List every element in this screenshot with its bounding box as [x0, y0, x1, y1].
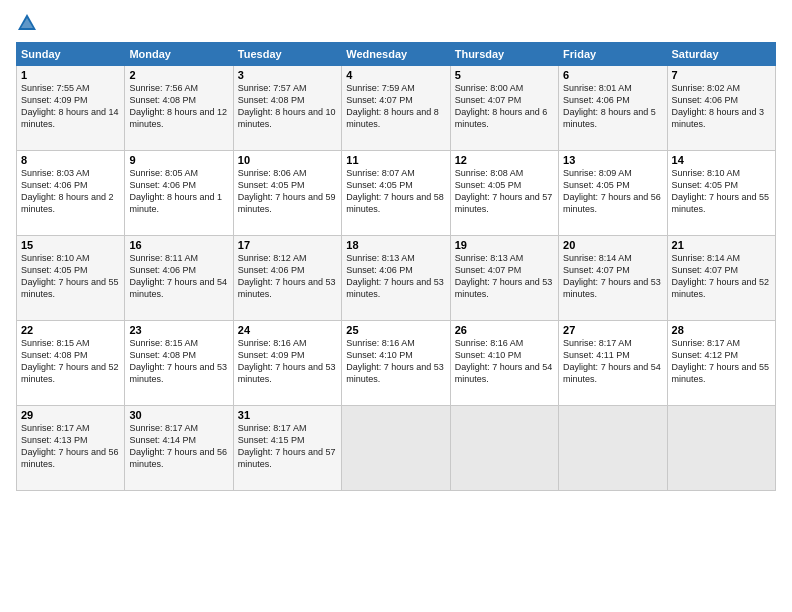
page: SundayMondayTuesdayWednesdayThursdayFrid…: [0, 0, 792, 612]
daylight-label: Daylight: 7 hours and 53 minutes.: [563, 277, 661, 299]
sunrise-label: Sunrise: 8:13 AM: [455, 253, 524, 263]
day-number: 26: [455, 324, 554, 336]
sunrise-label: Sunrise: 8:17 AM: [238, 423, 307, 433]
daylight-label: Daylight: 8 hours and 5 minutes.: [563, 107, 656, 129]
day-cell: 4 Sunrise: 7:59 AM Sunset: 4:07 PM Dayli…: [342, 66, 450, 151]
day-cell: 6 Sunrise: 8:01 AM Sunset: 4:06 PM Dayli…: [559, 66, 667, 151]
week-row-2: 8 Sunrise: 8:03 AM Sunset: 4:06 PM Dayli…: [17, 151, 776, 236]
header-row: SundayMondayTuesdayWednesdayThursdayFrid…: [17, 43, 776, 66]
sunset-label: Sunset: 4:08 PM: [129, 350, 196, 360]
daylight-label: Daylight: 8 hours and 3 minutes.: [672, 107, 765, 129]
sunrise-label: Sunrise: 7:57 AM: [238, 83, 307, 93]
day-cell: [450, 406, 558, 491]
day-info: Sunrise: 8:15 AM Sunset: 4:08 PM Dayligh…: [129, 337, 228, 386]
day-cell: 16 Sunrise: 8:11 AM Sunset: 4:06 PM Dayl…: [125, 236, 233, 321]
day-number: 11: [346, 154, 445, 166]
day-info: Sunrise: 8:15 AM Sunset: 4:08 PM Dayligh…: [21, 337, 120, 386]
sunrise-label: Sunrise: 8:06 AM: [238, 168, 307, 178]
logo: [16, 12, 42, 34]
day-cell: 23 Sunrise: 8:15 AM Sunset: 4:08 PM Dayl…: [125, 321, 233, 406]
day-number: 21: [672, 239, 771, 251]
day-number: 22: [21, 324, 120, 336]
daylight-label: Daylight: 7 hours and 59 minutes.: [238, 192, 336, 214]
day-number: 10: [238, 154, 337, 166]
daylight-label: Daylight: 7 hours and 54 minutes.: [563, 362, 661, 384]
sunrise-label: Sunrise: 8:08 AM: [455, 168, 524, 178]
day-number: 28: [672, 324, 771, 336]
day-cell: 8 Sunrise: 8:03 AM Sunset: 4:06 PM Dayli…: [17, 151, 125, 236]
day-cell: [342, 406, 450, 491]
column-header-saturday: Saturday: [667, 43, 775, 66]
daylight-label: Daylight: 7 hours and 55 minutes.: [21, 277, 119, 299]
day-cell: 9 Sunrise: 8:05 AM Sunset: 4:06 PM Dayli…: [125, 151, 233, 236]
daylight-label: Daylight: 7 hours and 56 minutes.: [21, 447, 119, 469]
sunset-label: Sunset: 4:10 PM: [455, 350, 522, 360]
day-info: Sunrise: 8:11 AM Sunset: 4:06 PM Dayligh…: [129, 252, 228, 301]
sunrise-label: Sunrise: 8:05 AM: [129, 168, 198, 178]
day-cell: 31 Sunrise: 8:17 AM Sunset: 4:15 PM Dayl…: [233, 406, 341, 491]
day-info: Sunrise: 8:17 AM Sunset: 4:12 PM Dayligh…: [672, 337, 771, 386]
sunset-label: Sunset: 4:06 PM: [21, 180, 88, 190]
daylight-label: Daylight: 7 hours and 56 minutes.: [129, 447, 227, 469]
day-info: Sunrise: 8:16 AM Sunset: 4:09 PM Dayligh…: [238, 337, 337, 386]
day-info: Sunrise: 8:03 AM Sunset: 4:06 PM Dayligh…: [21, 167, 120, 216]
sunset-label: Sunset: 4:15 PM: [238, 435, 305, 445]
day-number: 16: [129, 239, 228, 251]
day-cell: 26 Sunrise: 8:16 AM Sunset: 4:10 PM Dayl…: [450, 321, 558, 406]
sunset-label: Sunset: 4:09 PM: [238, 350, 305, 360]
day-info: Sunrise: 8:16 AM Sunset: 4:10 PM Dayligh…: [455, 337, 554, 386]
daylight-label: Daylight: 7 hours and 55 minutes.: [672, 192, 770, 214]
daylight-label: Daylight: 7 hours and 56 minutes.: [563, 192, 661, 214]
day-cell: 14 Sunrise: 8:10 AM Sunset: 4:05 PM Dayl…: [667, 151, 775, 236]
sunrise-label: Sunrise: 8:13 AM: [346, 253, 415, 263]
day-number: 15: [21, 239, 120, 251]
daylight-label: Daylight: 8 hours and 14 minutes.: [21, 107, 119, 129]
day-number: 2: [129, 69, 228, 81]
day-cell: 10 Sunrise: 8:06 AM Sunset: 4:05 PM Dayl…: [233, 151, 341, 236]
sunset-label: Sunset: 4:06 PM: [672, 95, 739, 105]
day-info: Sunrise: 8:13 AM Sunset: 4:06 PM Dayligh…: [346, 252, 445, 301]
day-cell: 1 Sunrise: 7:55 AM Sunset: 4:09 PM Dayli…: [17, 66, 125, 151]
column-header-monday: Monday: [125, 43, 233, 66]
day-cell: 12 Sunrise: 8:08 AM Sunset: 4:05 PM Dayl…: [450, 151, 558, 236]
daylight-label: Daylight: 7 hours and 58 minutes.: [346, 192, 444, 214]
day-info: Sunrise: 8:14 AM Sunset: 4:07 PM Dayligh…: [563, 252, 662, 301]
day-info: Sunrise: 7:59 AM Sunset: 4:07 PM Dayligh…: [346, 82, 445, 131]
sunrise-label: Sunrise: 8:02 AM: [672, 83, 741, 93]
day-cell: 11 Sunrise: 8:07 AM Sunset: 4:05 PM Dayl…: [342, 151, 450, 236]
day-info: Sunrise: 8:02 AM Sunset: 4:06 PM Dayligh…: [672, 82, 771, 131]
day-number: 3: [238, 69, 337, 81]
daylight-label: Daylight: 7 hours and 53 minutes.: [455, 277, 553, 299]
sunset-label: Sunset: 4:07 PM: [455, 265, 522, 275]
week-row-1: 1 Sunrise: 7:55 AM Sunset: 4:09 PM Dayli…: [17, 66, 776, 151]
sunset-label: Sunset: 4:05 PM: [21, 265, 88, 275]
day-number: 6: [563, 69, 662, 81]
day-cell: 17 Sunrise: 8:12 AM Sunset: 4:06 PM Dayl…: [233, 236, 341, 321]
day-number: 17: [238, 239, 337, 251]
sunset-label: Sunset: 4:05 PM: [563, 180, 630, 190]
sunset-label: Sunset: 4:07 PM: [455, 95, 522, 105]
sunset-label: Sunset: 4:06 PM: [129, 265, 196, 275]
daylight-label: Daylight: 8 hours and 6 minutes.: [455, 107, 548, 129]
sunrise-label: Sunrise: 8:15 AM: [21, 338, 90, 348]
day-info: Sunrise: 8:07 AM Sunset: 4:05 PM Dayligh…: [346, 167, 445, 216]
day-cell: 7 Sunrise: 8:02 AM Sunset: 4:06 PM Dayli…: [667, 66, 775, 151]
day-info: Sunrise: 7:57 AM Sunset: 4:08 PM Dayligh…: [238, 82, 337, 131]
day-cell: 29 Sunrise: 8:17 AM Sunset: 4:13 PM Dayl…: [17, 406, 125, 491]
day-number: 12: [455, 154, 554, 166]
calendar-table: SundayMondayTuesdayWednesdayThursdayFrid…: [16, 42, 776, 491]
day-info: Sunrise: 8:17 AM Sunset: 4:15 PM Dayligh…: [238, 422, 337, 471]
sunrise-label: Sunrise: 8:00 AM: [455, 83, 524, 93]
day-cell: 13 Sunrise: 8:09 AM Sunset: 4:05 PM Dayl…: [559, 151, 667, 236]
logo-icon: [16, 12, 38, 34]
day-number: 19: [455, 239, 554, 251]
column-header-sunday: Sunday: [17, 43, 125, 66]
sunrise-label: Sunrise: 8:16 AM: [346, 338, 415, 348]
sunset-label: Sunset: 4:07 PM: [346, 95, 413, 105]
sunset-label: Sunset: 4:10 PM: [346, 350, 413, 360]
sunrise-label: Sunrise: 8:10 AM: [672, 168, 741, 178]
sunrise-label: Sunrise: 8:14 AM: [672, 253, 741, 263]
sunset-label: Sunset: 4:05 PM: [455, 180, 522, 190]
day-number: 1: [21, 69, 120, 81]
sunrise-label: Sunrise: 7:55 AM: [21, 83, 90, 93]
